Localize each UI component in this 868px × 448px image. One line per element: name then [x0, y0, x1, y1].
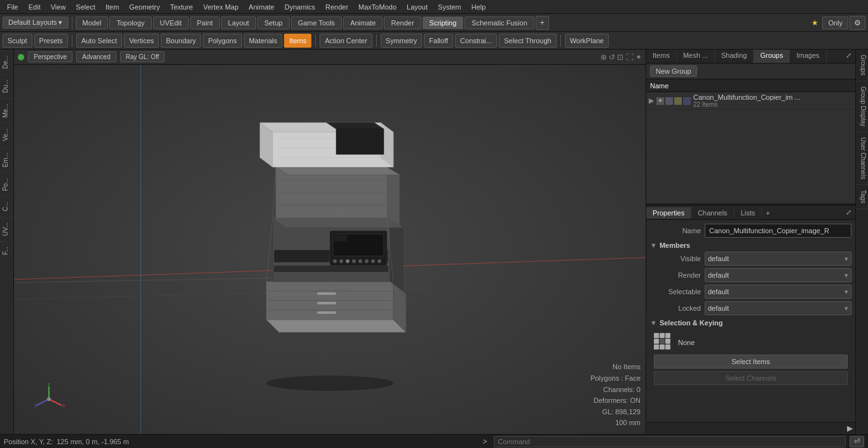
grid-cell [654, 344, 659, 350]
perspective-button[interactable]: Perspective [28, 51, 72, 62]
menu-render[interactable]: Render [321, 2, 353, 12]
render-select[interactable]: default ▾ [705, 268, 851, 282]
props-tab-properties[interactable]: Properties [646, 207, 691, 219]
edge-tab-group-display[interactable]: Group Display [856, 81, 868, 132]
sidebar-tab-6[interactable]: C... [0, 196, 13, 217]
command-submit-button[interactable]: ⏎ [850, 436, 864, 447]
sidebar-tab-1[interactable]: Du... [0, 74, 13, 98]
menu-file[interactable]: File [3, 2, 23, 12]
viewport[interactable]: Perspective Advanced Ray GL: Off ⊕ ↺ ⊡ ⛶… [14, 50, 646, 434]
raygl-button[interactable]: Ray GL: Off [120, 51, 165, 62]
render-icon[interactable] [665, 97, 673, 105]
props-tab-lists[interactable]: Lists [735, 207, 763, 219]
tab-animate[interactable]: Animate [343, 17, 383, 29]
props-expand-icon[interactable]: ⤢ [842, 207, 855, 219]
menu-animate[interactable]: Animate [244, 2, 278, 12]
edge-tab-tags[interactable]: Tags [856, 185, 868, 209]
tab-scripting[interactable]: Scripting [423, 17, 464, 29]
falloff-button[interactable]: Falloff [424, 34, 453, 48]
edge-tab-groups[interactable]: Groups [856, 50, 868, 81]
name-input[interactable] [705, 224, 851, 238]
items-button[interactable]: Items [284, 34, 311, 48]
sidebar-tab-5[interactable]: Po... [0, 172, 13, 196]
props-tab-channels[interactable]: Channels [691, 207, 734, 219]
expand-arrow-icon[interactable]: ▶ [847, 424, 853, 433]
menu-texture[interactable]: Texture [166, 2, 198, 12]
presets-button[interactable]: Presets [34, 34, 68, 48]
menu-dynamics[interactable]: Dynamics [280, 2, 320, 12]
tab-uvedit[interactable]: UVEdit [153, 17, 189, 29]
vis-icon[interactable] [683, 97, 691, 105]
grid-cell [665, 333, 670, 338]
tab-schematic-fusion[interactable]: Schematic Fusion [465, 17, 534, 29]
eye-icon[interactable]: 👁 [656, 97, 664, 105]
command-arrow-icon[interactable]: > [480, 437, 489, 446]
properties-content: Name ▼ Members Visible default ▾ [646, 220, 855, 422]
rp-tab-images[interactable]: Images [790, 50, 826, 63]
add-tab-icon[interactable]: + [762, 207, 773, 219]
tab-topology[interactable]: Topology [109, 17, 151, 29]
svg-point-22 [358, 259, 362, 263]
auto-select-button[interactable]: Auto Select [76, 34, 122, 48]
locked-select[interactable]: default ▾ [705, 301, 851, 315]
layout-dropdown[interactable]: Default Layouts ▾ [3, 17, 69, 29]
menu-help[interactable]: Help [467, 2, 491, 12]
menu-layout[interactable]: Layout [402, 2, 432, 12]
symmetry-button[interactable]: Symmetry [381, 34, 423, 48]
boundary-button[interactable]: Boundary [161, 34, 201, 48]
scene-list-item[interactable]: ▶ 👁 Canon_Multifunction_Copier_im ... 22… [646, 92, 855, 110]
sculpt-button[interactable]: Sculpt [3, 34, 32, 48]
rp-tab-groups[interactable]: Groups [754, 50, 790, 63]
sidebar-tab-4[interactable]: Em... [0, 147, 13, 172]
tab-model[interactable]: Model [76, 17, 109, 29]
visible-select[interactable]: default ▾ [705, 252, 851, 266]
menu-edit[interactable]: Edit [24, 2, 45, 12]
tab-game-tools[interactable]: Game Tools [291, 17, 342, 29]
select-through-button[interactable]: Select Through [499, 34, 556, 48]
menu-system[interactable]: System [433, 2, 466, 12]
tab-setup[interactable]: Setup [257, 17, 290, 29]
rp-tab-shading[interactable]: Shading [715, 50, 754, 63]
settings-gear-icon[interactable]: ⚙ [850, 16, 865, 30]
menu-item[interactable]: Item [101, 2, 123, 12]
menu-vertex-map[interactable]: Vertex Map [199, 2, 243, 12]
sidebar-tab-3[interactable]: Ve... [0, 123, 13, 146]
advanced-button[interactable]: Advanced [76, 51, 116, 62]
viewport-canvas[interactable]: X Y Z No Items Polygons : Face Channels:… [14, 65, 646, 434]
action-center-button[interactable]: Action Center [320, 34, 372, 48]
select-items-button[interactable]: Select Items [654, 355, 848, 369]
command-input[interactable] [494, 436, 846, 447]
grid-cell [660, 333, 665, 338]
rp-tab-items[interactable]: Items [646, 50, 677, 63]
workplane-button[interactable]: WorkPlane [565, 34, 609, 48]
menu-select[interactable]: Select [71, 2, 100, 12]
only-button[interactable]: Only [822, 17, 848, 29]
vertices-button[interactable]: Vertices [124, 34, 159, 48]
expand-icon[interactable]: ⤢ [842, 50, 855, 63]
collapse-arrow-icon[interactable]: ▼ [650, 241, 657, 249]
sidebar-tab-8[interactable]: F... [0, 241, 13, 260]
menu-maxtomodo[interactable]: MaxToModo [354, 2, 401, 12]
polygons-button[interactable]: Polygons [203, 34, 241, 48]
constrain-button[interactable]: Constrai... [455, 34, 497, 48]
select-channels-button[interactable]: Select Channels [654, 371, 848, 385]
viewport-controls[interactable]: ⊕ ↺ ⊡ ⛶ ✦ [600, 53, 642, 62]
add-tab-button[interactable]: + [536, 16, 549, 30]
selectable-select[interactable]: default ▾ [705, 285, 851, 299]
sidebar-tab-7[interactable]: UV... [0, 217, 13, 241]
lock-icon[interactable] [674, 97, 682, 105]
collapse-sk-arrow-icon[interactable]: ▼ [650, 319, 657, 327]
sidebar-tab-2[interactable]: Me... [0, 98, 13, 123]
materials-button[interactable]: Materials [244, 34, 283, 48]
scene-col-name[interactable]: Name [646, 81, 855, 91]
tab-layout[interactable]: Layout [221, 17, 256, 29]
new-group-button[interactable]: New Group [650, 65, 697, 77]
sidebar-tab-0[interactable]: De... [0, 50, 13, 74]
right-panel-tabs: Items Mesh ... Shading Groups Images ⤢ [646, 50, 855, 64]
edge-tab-user-channels[interactable]: User Channels [856, 132, 868, 185]
menu-view[interactable]: View [46, 2, 71, 12]
rp-tab-mesh[interactable]: Mesh ... [677, 50, 715, 63]
menu-geometry[interactable]: Geometry [125, 2, 164, 12]
tab-paint[interactable]: Paint [190, 17, 220, 29]
tab-render[interactable]: Render [384, 17, 421, 29]
